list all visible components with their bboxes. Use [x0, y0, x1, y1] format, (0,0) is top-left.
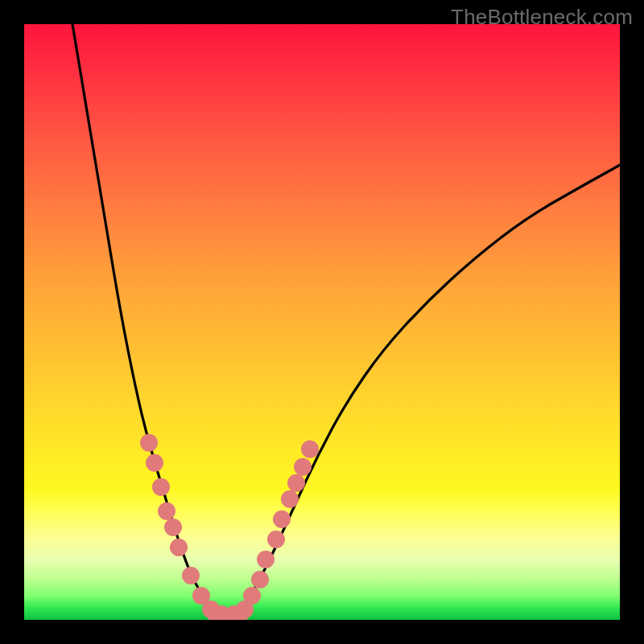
curve-left: [72, 24, 217, 616]
data-dot: [251, 571, 269, 588]
data-dot: [301, 440, 319, 458]
data-dot: [164, 518, 182, 536]
curve-right: [233, 165, 620, 616]
data-dot: [243, 587, 261, 605]
data-dot: [182, 567, 200, 584]
data-dot: [140, 434, 158, 452]
data-dot: [170, 539, 188, 556]
data-dot: [294, 458, 312, 476]
data-dot: [287, 474, 305, 492]
data-dot: [267, 530, 285, 548]
chart-svg: [24, 24, 620, 620]
dot-group: [140, 434, 319, 620]
plot-area: [24, 24, 620, 620]
data-dot: [158, 502, 175, 520]
data-dot: [146, 454, 163, 472]
data-dot: [152, 478, 170, 496]
data-dot: [257, 551, 275, 568]
data-dot: [273, 510, 291, 528]
data-dot: [281, 490, 299, 508]
watermark-text: TheBottleneck.com: [451, 5, 633, 30]
